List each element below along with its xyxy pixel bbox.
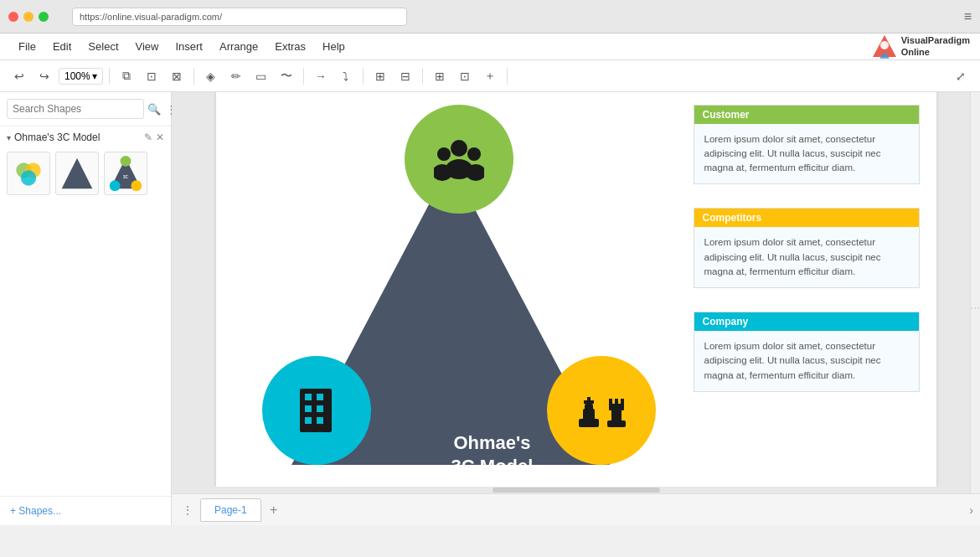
svg-marker-6 [62, 158, 93, 189]
card-company-body: Lorem ipsum dolor sit amet, consectetur … [694, 331, 919, 391]
card-competitors-body: Lorem ipsum dolor sit amet, consectetur … [694, 227, 919, 287]
menu-arrange[interactable]: Arrange [211, 37, 266, 56]
redo-button[interactable]: ↪ [34, 65, 55, 87]
svg-point-13 [437, 147, 451, 161]
svg-point-10 [131, 180, 142, 191]
delete-button[interactable]: ⊠ [166, 65, 188, 87]
separator-5 [422, 68, 423, 85]
svg-rect-31 [611, 409, 622, 422]
hamburger-icon[interactable]: ≡ [964, 9, 972, 23]
waypoint-button[interactable]: ⤵ [335, 65, 357, 87]
canvas-white: Ohmae's 3C Model [216, 92, 936, 498]
border-button[interactable]: ▭ [250, 65, 272, 87]
add-shapes-button[interactable]: + Shapes... [0, 496, 171, 525]
separator-2 [193, 68, 194, 85]
close-folder-button[interactable]: ✕ [156, 132, 164, 143]
diagram-container: Ohmae's 3C Model [233, 96, 677, 482]
scrollbar-thumb [493, 487, 660, 493]
svg-point-14 [467, 147, 481, 161]
tab-options-button[interactable]: ⋮ [178, 500, 197, 520]
search-icon[interactable]: 🔍 [147, 103, 161, 116]
url-bar[interactable]: https://online.visual-paradigm.com/ [72, 8, 407, 26]
card-company-header: Company [694, 312, 919, 331]
card-customer-header: Customer [694, 106, 919, 124]
svg-rect-23 [305, 417, 312, 424]
svg-rect-34 [615, 399, 618, 405]
thumbnail-2[interactable] [55, 152, 99, 195]
menu-help[interactable]: Help [314, 37, 353, 56]
menu-extras[interactable]: Extras [266, 37, 314, 56]
svg-text:3C: 3C [123, 175, 129, 179]
style-button[interactable]: 〜 [276, 65, 297, 87]
expand-panel-button[interactable]: › [969, 503, 973, 517]
titlebar-right: ≡ [964, 9, 972, 24]
format-button[interactable]: ⊡ [454, 65, 476, 87]
folder-header: ▾ Ohmae's 3C Model ✎ ✕ [7, 132, 164, 143]
add-page-button[interactable]: + [265, 501, 283, 519]
svg-rect-26 [583, 409, 595, 420]
menu-view[interactable]: View [127, 37, 168, 56]
zoom-control[interactable]: 100% ▾ [59, 68, 103, 85]
undo-button[interactable]: ↩ [8, 65, 30, 87]
card-customer: Customer Lorem ipsum dolor sit amet, con… [694, 105, 920, 185]
arrange-button[interactable]: ⊞ [369, 65, 391, 87]
close-button[interactable] [8, 12, 18, 22]
separator-1 [109, 68, 110, 85]
circle-competitors [547, 356, 656, 465]
svg-rect-18 [300, 389, 332, 432]
folder-arrow-icon: ▾ [7, 133, 11, 142]
info-cards: Customer Lorem ipsum dolor sit amet, con… [694, 105, 920, 392]
svg-point-5 [21, 170, 36, 185]
svg-rect-29 [584, 400, 594, 404]
menu-insert[interactable]: Insert [167, 37, 211, 56]
separator-3 [303, 68, 304, 85]
canvas-area[interactable]: Ohmae's 3C Model [172, 92, 980, 525]
main-layout: 🔍 ⋮ ▾ Ohmae's 3C Model ✎ ✕ [0, 92, 980, 525]
zoom-arrow: ▾ [92, 70, 97, 82]
align-button[interactable]: ⊟ [395, 65, 416, 87]
resize-dots-icon: ⋮ [971, 304, 980, 313]
toolbar: ↩ ↪ 100% ▾ ⧉ ⊡ ⊠ ◈ ✏ ▭ 〜 → ⤵ ⊞ ⊟ ⊞ ⊡ ＋ ⤢ [0, 60, 980, 92]
resize-handle-right[interactable]: ⋮ [970, 92, 980, 525]
folder-actions: ✎ ✕ [144, 132, 164, 143]
grid-button[interactable]: ⊞ [429, 65, 451, 87]
svg-rect-35 [621, 399, 624, 405]
minimize-button[interactable] [23, 12, 34, 22]
menu-edit[interactable]: Edit [44, 37, 80, 56]
diagram-title: Ohmae's 3C Model [426, 431, 560, 479]
connector-button[interactable]: → [310, 65, 332, 87]
svg-rect-20 [317, 394, 323, 400]
line-color-button[interactable]: ✏ [225, 65, 247, 87]
svg-rect-24 [317, 417, 323, 424]
menu-select[interactable]: Select [80, 37, 126, 56]
paste-button[interactable]: ⊡ [141, 65, 162, 87]
logo-area: VisualParadigm Online [871, 34, 970, 60]
search-bar: 🔍 ⋮ [0, 92, 171, 126]
menu-file[interactable]: File [10, 37, 44, 56]
thumbnails: 3C [7, 148, 164, 199]
edit-folder-button[interactable]: ✎ [144, 132, 152, 143]
thumbnail-3[interactable]: 3C [104, 152, 147, 195]
add-shapes-label: + Shapes... [10, 505, 61, 517]
left-panel: 🔍 ⋮ ▾ Ohmae's 3C Model ✎ ✕ [0, 92, 172, 525]
insert-button[interactable]: ＋ [479, 65, 501, 87]
menu-bar: File Edit Select View Insert Arrange Ext… [0, 34, 980, 60]
scrollbar-bottom[interactable] [172, 487, 980, 493]
logo-icon [871, 34, 898, 60]
copy-button[interactable]: ⧉ [116, 65, 137, 87]
separator-4 [363, 68, 364, 85]
chess-icon [572, 385, 631, 436]
fullscreen-button[interactable]: ⤢ [950, 65, 972, 87]
svg-point-1 [880, 41, 889, 49]
svg-rect-33 [609, 399, 612, 405]
card-customer-body: Lorem ipsum dolor sit amet, consectetur … [694, 124, 919, 184]
logo-text: VisualParadigm Online [901, 35, 970, 57]
search-input[interactable] [7, 99, 144, 119]
page-tab[interactable]: Page-1 [200, 498, 261, 522]
thumbnail-1[interactable] [7, 152, 50, 195]
circle-customer [405, 105, 513, 214]
maximize-button[interactable] [39, 12, 49, 22]
fill-button[interactable]: ◈ [200, 65, 222, 87]
svg-point-12 [451, 140, 467, 157]
card-company: Company Lorem ipsum dolor sit amet, cons… [694, 312, 920, 392]
